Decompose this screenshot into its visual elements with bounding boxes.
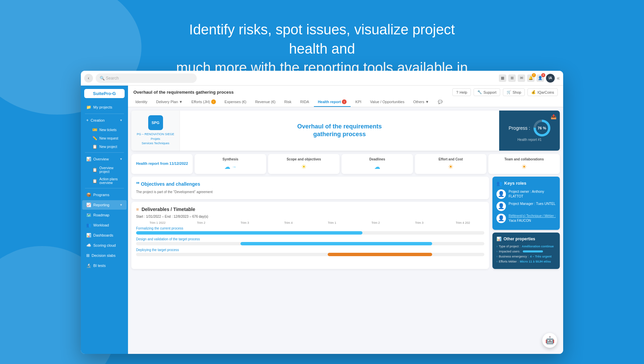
notification-icon[interactable]: 🔔 7 (527, 74, 535, 82)
export-icon[interactable]: 📤 (551, 114, 556, 119)
prop-value-emergency: 4 – Très urgent (530, 255, 552, 258)
tab-efforts[interactable]: Efforts (JH) ! (187, 97, 220, 107)
sidebar-item-scoring-cloud[interactable]: ☁️ Scoring cloud (82, 241, 127, 250)
workload-icon: 👥 (86, 223, 91, 228)
prop-label-emergency: Business emergency : (499, 255, 529, 258)
timeline-col-4: Trim 4 (267, 221, 310, 224)
sidebar-item-programs[interactable]: 📦 Programs (82, 190, 127, 200)
sidebar-item-bi-tests[interactable]: 🔬 BI tests (82, 261, 127, 270)
keys-roles-icon: 👥 (496, 181, 502, 186)
tab-revenue[interactable]: Revenue (€) (251, 97, 280, 107)
tab-health-report[interactable]: Health report ! (314, 97, 351, 107)
new-project-icon: 📋 (92, 144, 97, 149)
timeline-col-6: Trim 2 (354, 221, 397, 224)
project-breadcrumb: PG – RENOVATION SIEGE Projets Services T… (137, 132, 174, 146)
nav-tabs: Identity Delivery Plan ▼ Efforts (JH) ! … (128, 97, 563, 107)
synthesis-label: Synthesis (222, 157, 238, 161)
prop-label-users: Impacted users : (499, 250, 521, 253)
sidebar-item-new-request[interactable]: ✏️ New request (90, 134, 127, 142)
tab-health-label: Health report (318, 100, 341, 104)
prop-arrow-1: › (496, 245, 497, 248)
sidebar-logo[interactable]: SuitePro-G (84, 89, 125, 98)
prop-arrow-2: › (496, 250, 497, 253)
prop-item-efforts: › Efforts Métier : Micro 11 à 50JH et/ou (496, 260, 556, 263)
tab-value-opportunities[interactable]: Value / Opportunities (366, 97, 409, 107)
search-bar[interactable]: 🔍 Search (96, 73, 197, 83)
prop-item-emergency: › Business emergency : 4 – Très urgent (496, 255, 556, 258)
deadlines-label: Deadlines (369, 157, 385, 161)
tab-rida[interactable]: RIDA (296, 97, 313, 107)
mail-icon[interactable]: ✉ (518, 74, 525, 82)
gantt-bar-bg-3 (136, 253, 484, 256)
role-name-3: Yaca FAUCON (509, 219, 531, 222)
role-text-2: Project Manager : Tues UNTEL (509, 202, 555, 206)
health-date-card: Health report from 11/12/2022 (131, 154, 193, 174)
role-label-2: Project Manager : (509, 202, 536, 206)
sidebar-label-workload: Workload (93, 223, 123, 227)
sidebar-label-dashboards: Dashboards (93, 233, 123, 237)
chatbot-icon[interactable]: 🤖 (542, 333, 557, 348)
avatar-ia[interactable]: IA (546, 74, 555, 83)
tab-expenses[interactable]: Expenses (€) (221, 97, 251, 107)
sidebar-item-roadmap[interactable]: 🗺️ Roadmap (82, 210, 127, 220)
sidebar-item-my-projects[interactable]: 📁 My projects (82, 102, 127, 112)
iqarcoins-button[interactable]: 💰 IQarCoins (527, 88, 558, 96)
tab-chat[interactable]: 💬 (434, 97, 447, 107)
sidebar-item-overview[interactable]: 📊 Overview ▼ (82, 154, 127, 164)
tab-identity[interactable]: Identity (131, 97, 151, 107)
shop-button[interactable]: 🛒 Shop (503, 88, 525, 96)
creation-arrow-icon: ▼ (120, 119, 123, 122)
grid-icon[interactable]: ▦ (499, 74, 506, 82)
reporting-arrow-icon: ▼ (120, 203, 123, 207)
sidebar-item-new-project[interactable]: 📋 New project (90, 143, 127, 151)
sidebar-sub-overview: 📋 Overview project 📋 Action plans overvi… (81, 164, 128, 187)
breadcrumb-line2: Projets (137, 137, 174, 142)
sidebar-item-dashboards[interactable]: 📊 Dashboards (82, 231, 127, 240)
sidebar-label-new-tickets: New tickets (99, 128, 124, 132)
progress-percent: 76 % (536, 122, 548, 134)
sidebar-label-decision-slabs: Decision slabs (92, 253, 123, 257)
health-section-deadlines[interactable]: Deadlines ☁ (342, 154, 413, 174)
sidebar-item-action-plans[interactable]: 📋 Action plans overview (90, 176, 127, 186)
prop-value-type: Amélioration continue (522, 245, 554, 248)
health-section-synthesis[interactable]: Synthesis ☁ → (195, 154, 266, 174)
project-logo-section: SPG PG – RENOVATION SIEGE Projets Servic… (131, 111, 180, 151)
tab-kpi-label: KPI (355, 100, 361, 104)
health-badge: ! (342, 99, 347, 104)
back-button[interactable]: ‹ (84, 74, 93, 83)
expand-icon[interactable]: « (557, 75, 560, 81)
timeline-col-5: Trim 1 (311, 221, 354, 224)
tab-delivery-plan[interactable]: Delivery Plan ▼ (152, 97, 187, 107)
sidebar-item-creation[interactable]: + Creation ▼ (82, 116, 127, 125)
health-section-team[interactable]: Team and collaborations ☀ (488, 154, 560, 174)
health-section-effort-cost[interactable]: Effort and Cost ☀ (415, 154, 486, 174)
tab-delivery-label: Delivery Plan (156, 100, 178, 104)
role-item-2: 👤 Project Manager : Tues UNTEL (496, 202, 556, 211)
sidebar-item-new-tickets[interactable]: 🎫 New tickets (90, 126, 127, 134)
objectives-title-text: Objectives and challenges (141, 181, 200, 187)
role-label-3[interactable]: Référent(s) Technique / Métier : (509, 214, 556, 218)
tab-kpi[interactable]: KPI (351, 97, 365, 107)
tab-risk-label: Risk (284, 100, 291, 104)
project-logo: SPG (148, 115, 163, 130)
sidebar-item-workload[interactable]: 👥 Workload (82, 220, 127, 230)
tab-revenue-label: Revenue (€) (255, 100, 276, 104)
sidebar-item-reporting[interactable]: 📈 Reporting ▼ (82, 200, 127, 210)
efforts-badge: ! (211, 99, 216, 104)
health-section-scope[interactable]: Scope and objectives ☀ (268, 154, 340, 174)
apps-icon[interactable]: ⊞ (508, 74, 516, 82)
timeline-col-2: Trim 2 (180, 221, 223, 224)
logo-text: SPG (152, 121, 159, 125)
support-button[interactable]: 🔧 Support (474, 88, 500, 96)
user-icon[interactable]: 👤 8 (537, 74, 544, 82)
help-button[interactable]: ? Help (452, 88, 471, 96)
other-props-header: 📊 Other properties (496, 237, 556, 241)
sidebar-item-decision-slabs[interactable]: ⊞ Decision slabs (82, 251, 127, 260)
overview-project-icon: 📋 (92, 168, 97, 172)
tab-others[interactable]: Others ▼ (409, 97, 433, 107)
tab-risk[interactable]: Risk (280, 97, 295, 107)
sidebar-item-overview-project[interactable]: 📋 Overview project (90, 164, 127, 175)
role-avatar-2: 👤 (496, 202, 506, 211)
chat-icon: 💬 (438, 100, 443, 104)
dropdown-icon-others: ▼ (425, 100, 429, 104)
